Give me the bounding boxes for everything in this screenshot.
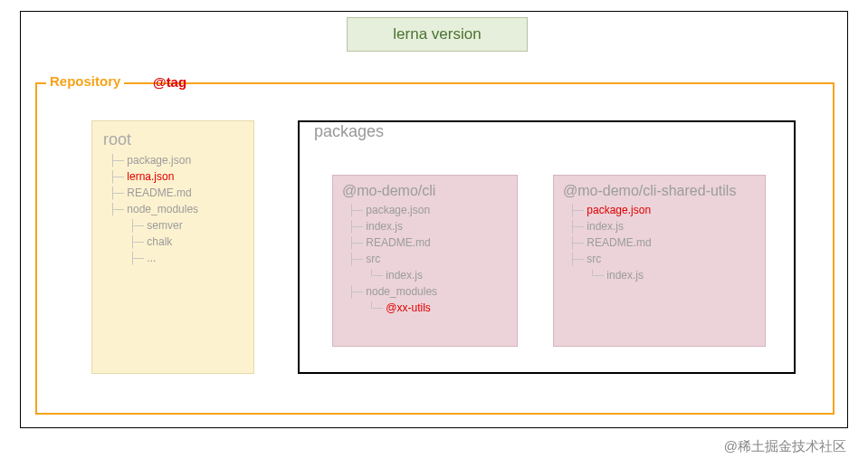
tree-item: ├─ node_modules — [348, 283, 508, 300]
package-cli-tree: ├─ package.json├─ index.js├─ README.md├─… — [342, 202, 508, 316]
tree-item: └─ @xx-utils — [348, 300, 508, 316]
tree-item: ├─ semver — [109, 217, 243, 234]
tree-item: ├─ src — [568, 251, 756, 267]
watermark: @稀土掘金技术社区 — [724, 438, 846, 455]
command-box: lerna version — [347, 17, 528, 52]
package-shared-utils-tree: ├─ package.json├─ index.js├─ README.md├─… — [563, 202, 756, 283]
root-box: root ├─ package.json├─ lerna.json├─ READ… — [91, 120, 254, 374]
tree-item: ├─ package.json — [348, 202, 508, 218]
packages-box: packages @mo-demo/cli ├─ package.json├─ … — [298, 120, 796, 374]
outer-frame: lerna version Repository @tag root ├─ pa… — [20, 11, 848, 428]
repository-box: Repository @tag root ├─ package.json├─ l… — [35, 82, 835, 415]
package-shared-utils: @mo-demo/cli-shared-utils ├─ package.jso… — [553, 175, 766, 347]
tree-item: ├─ README.md — [568, 234, 756, 251]
package-shared-utils-title: @mo-demo/cli-shared-utils — [563, 183, 756, 199]
tree-item: └─ index.js — [568, 267, 756, 283]
tree-item: ├─ package.json — [109, 152, 243, 168]
tree-item: ├─ lerna.json — [109, 168, 243, 185]
tree-item: ├─ README.md — [348, 234, 508, 251]
package-cli-title: @mo-demo/cli — [342, 183, 508, 199]
root-tree: ├─ package.json├─ lerna.json├─ README.md… — [103, 152, 243, 266]
tree-item: ├─ index.js — [348, 218, 508, 234]
root-title: root — [103, 130, 243, 149]
repository-label: Repository — [46, 73, 124, 89]
tree-item: └─ index.js — [348, 267, 508, 283]
tree-item: ├─ index.js — [568, 218, 756, 234]
tree-item: ├─ package.json — [568, 202, 756, 218]
tree-item: ├─ src — [348, 251, 508, 267]
package-cli: @mo-demo/cli ├─ package.json├─ index.js├… — [332, 175, 518, 347]
tree-item: ├─ chalk — [109, 234, 243, 250]
tag-label: @tag — [153, 74, 186, 90]
tree-item: ├─ ... — [109, 250, 243, 266]
tree-item: ├─ node_modules — [109, 201, 243, 217]
packages-label: packages — [310, 120, 387, 143]
tree-item: ├─ README.md — [109, 185, 243, 201]
command-text: lerna version — [393, 25, 481, 43]
